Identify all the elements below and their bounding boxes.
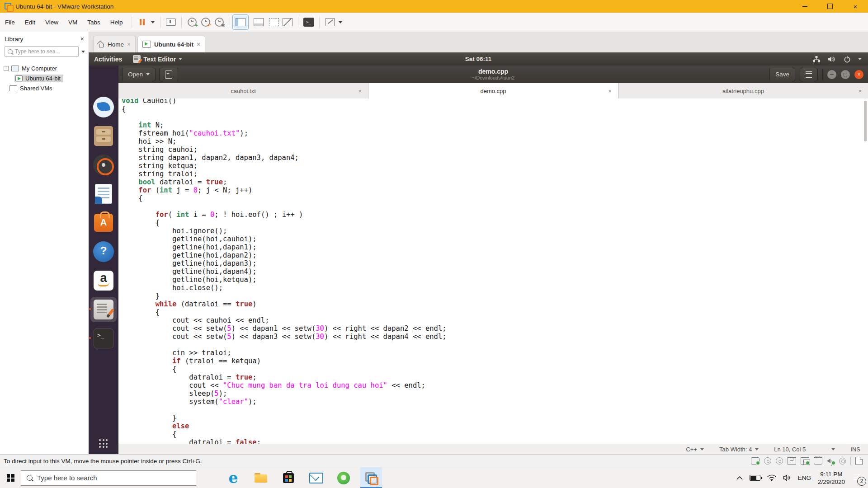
menu-button[interactable] — [800, 68, 818, 81]
tree-item-ubuntu-vm[interactable]: Ubuntu 64-bit — [4, 73, 89, 83]
library-close-icon[interactable]: × — [80, 35, 84, 42]
text-editor-icon — [94, 300, 113, 319]
tab-ubuntu-close-icon[interactable]: × — [197, 41, 200, 47]
tree-item-shared-vms[interactable]: Shared VMs — [4, 83, 89, 93]
taskbar-mail[interactable] — [305, 467, 327, 488]
code-editor[interactable]: void CauHoi(){ int N; fstream hoi("cauho… — [118, 99, 868, 444]
tab-home[interactable]: Home × — [93, 36, 136, 52]
doc-tab-ailatrieuphu[interactable]: ailatrieuphu.cpp × — [618, 83, 868, 99]
taskbar-file-explorer[interactable] — [250, 467, 272, 488]
wifi-icon[interactable] — [767, 474, 776, 481]
dock-libreoffice-writer[interactable] — [93, 183, 114, 204]
taskbar-search-input[interactable]: Type here to search — [21, 470, 196, 486]
taskbar-store[interactable] — [278, 467, 299, 488]
cdrom2-icon[interactable] — [776, 457, 783, 465]
show-library-toggle[interactable] — [234, 16, 247, 28]
save-button[interactable]: Save — [769, 68, 795, 81]
dock-ubuntu-software[interactable] — [93, 212, 114, 233]
pause-dropdown[interactable] — [149, 16, 156, 28]
show-applications-button[interactable] — [99, 439, 108, 448]
power-icon[interactable] — [844, 56, 851, 63]
sound-icon[interactable] — [827, 458, 835, 464]
system-menu-dropdown-icon[interactable] — [858, 58, 862, 60]
coc-coc-browser-icon — [337, 472, 350, 484]
send-ctrl-alt-del-icon[interactable] — [164, 16, 178, 28]
library-search-placeholder: Type here to sea... — [15, 48, 60, 55]
network-wired-icon[interactable] — [812, 56, 821, 63]
message-log-icon[interactable] — [855, 457, 863, 465]
pause-vm-button[interactable] — [136, 16, 149, 28]
action-center-button[interactable]: 2 — [852, 473, 863, 483]
window-close-button[interactable]: × — [843, 0, 868, 13]
dock-help[interactable] — [93, 241, 114, 262]
show-thumbnail-bar-toggle[interactable] — [252, 16, 265, 28]
cdrom-icon[interactable] — [764, 457, 771, 465]
tab-ubuntu-vm[interactable]: Ubuntu 64-bit × — [137, 36, 205, 52]
battery-icon[interactable] — [750, 475, 760, 481]
menu-vm[interactable]: VM — [63, 16, 82, 28]
gedit-minimize-button[interactable] — [827, 70, 836, 79]
dock-firefox[interactable] — [93, 68, 114, 89]
doc-tab-cauhoi[interactable]: cauhoi.txt × — [118, 83, 368, 99]
manage-snapshots-icon[interactable]: ✱ — [212, 16, 226, 28]
new-document-icon — [165, 70, 172, 79]
taskbar-vmware[interactable] — [360, 467, 382, 488]
new-document-button[interactable] — [159, 68, 178, 81]
dock-thunderbird[interactable] — [93, 97, 114, 117]
doc-tab-demo[interactable]: demo.cpp × — [368, 83, 618, 99]
dock-terminal[interactable]: >_ — [93, 328, 114, 349]
usb-icon[interactable] — [839, 458, 846, 465]
gedit-close-button[interactable]: × — [854, 70, 863, 79]
taskbar-coccoc[interactable] — [333, 467, 354, 488]
speaker-icon[interactable] — [783, 474, 791, 481]
start-button[interactable] — [0, 467, 21, 488]
clock[interactable]: Sat 06:11 — [89, 56, 868, 62]
taskbar-clock[interactable]: 9:11 PM 2/29/2020 — [818, 470, 845, 486]
chevron-down-icon — [831, 448, 835, 450]
library-search-dropdown[interactable] — [81, 51, 85, 53]
fit-guest-dropdown[interactable] — [337, 16, 344, 28]
tab-width-selector[interactable]: Tab Width: 4 — [712, 446, 766, 453]
console-view-icon[interactable]: >_ — [302, 16, 316, 28]
network-adapter-icon[interactable] — [801, 457, 809, 465]
window-minimize-button[interactable] — [792, 0, 817, 13]
take-snapshot-icon[interactable]: + — [185, 16, 199, 28]
volume-icon[interactable] — [828, 56, 836, 63]
floppy-icon[interactable] — [788, 457, 796, 465]
doc-tab-close-icon[interactable]: × — [858, 88, 868, 94]
tab-home-close-icon[interactable]: × — [127, 41, 131, 47]
window-maximize-button[interactable] — [817, 0, 843, 13]
unity-mode-icon[interactable] — [281, 16, 294, 28]
library-search-input[interactable]: Type here to sea... — [5, 46, 79, 57]
collapse-icon[interactable] — [4, 66, 9, 71]
language-indicator[interactable]: ENG — [798, 474, 811, 481]
doc-tab-close-icon[interactable]: × — [608, 88, 618, 94]
tree-item-my-computer[interactable]: My Computer — [4, 63, 89, 73]
language-selector[interactable]: C++ — [678, 446, 712, 453]
printer-icon[interactable] — [814, 457, 822, 465]
fullscreen-icon[interactable] — [267, 16, 281, 28]
dock-amazon[interactable] — [93, 270, 114, 291]
vm-screen-icon — [15, 75, 23, 81]
menu-tabs[interactable]: Tabs — [82, 16, 105, 28]
hidden-icons-chevron[interactable] — [736, 476, 743, 480]
dock-text-editor[interactable] — [93, 299, 114, 320]
doc-tab-close-icon[interactable]: × — [358, 88, 368, 94]
menu-help[interactable]: Help — [105, 16, 128, 28]
dock-files[interactable] — [93, 126, 114, 146]
hard-disk-icon[interactable] — [751, 457, 760, 465]
open-button[interactable]: Open — [122, 68, 156, 81]
editor-scrollbar[interactable] — [864, 101, 867, 141]
menu-edit[interactable]: Edit — [20, 16, 40, 28]
chevron-down-icon — [146, 73, 150, 75]
gedit-maximize-button[interactable] — [841, 70, 850, 79]
ubuntu-dock: >_ — [89, 66, 118, 456]
taskbar-edge[interactable]: e — [222, 467, 244, 488]
revert-snapshot-icon[interactable]: ↶ — [199, 16, 212, 28]
cursor-position[interactable]: Ln 10, Col 5 — [766, 446, 824, 453]
menu-file[interactable]: File — [0, 16, 20, 28]
fit-guest-icon[interactable] — [323, 16, 337, 28]
menu-view[interactable]: View — [40, 16, 63, 28]
goto-line-dropdown[interactable] — [824, 448, 843, 450]
dock-rhythmbox[interactable] — [93, 155, 114, 175]
